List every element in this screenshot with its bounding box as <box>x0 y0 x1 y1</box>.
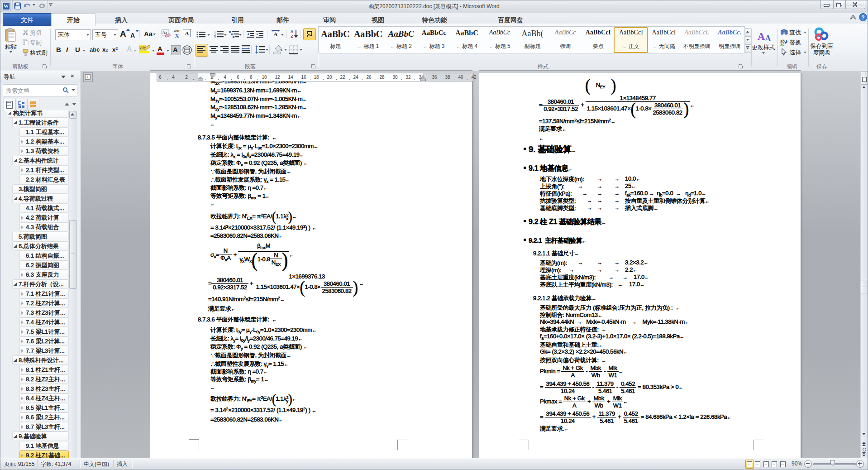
svg-text:A: A <box>273 31 278 38</box>
svg-text:Aa: Aa <box>162 30 167 35</box>
svg-text:?: ? <box>861 14 864 21</box>
svg-text:X: X <box>175 32 179 39</box>
svg-text:ac: ac <box>780 42 785 46</box>
svg-text:Z: Z <box>291 34 293 38</box>
svg-text:A: A <box>758 31 765 42</box>
svg-text:A: A <box>185 30 189 37</box>
svg-text:3: 3 <box>214 36 216 38</box>
svg-text:W: W <box>4 3 9 9</box>
svg-text:A: A <box>291 29 294 34</box>
svg-text:A: A <box>765 34 771 43</box>
